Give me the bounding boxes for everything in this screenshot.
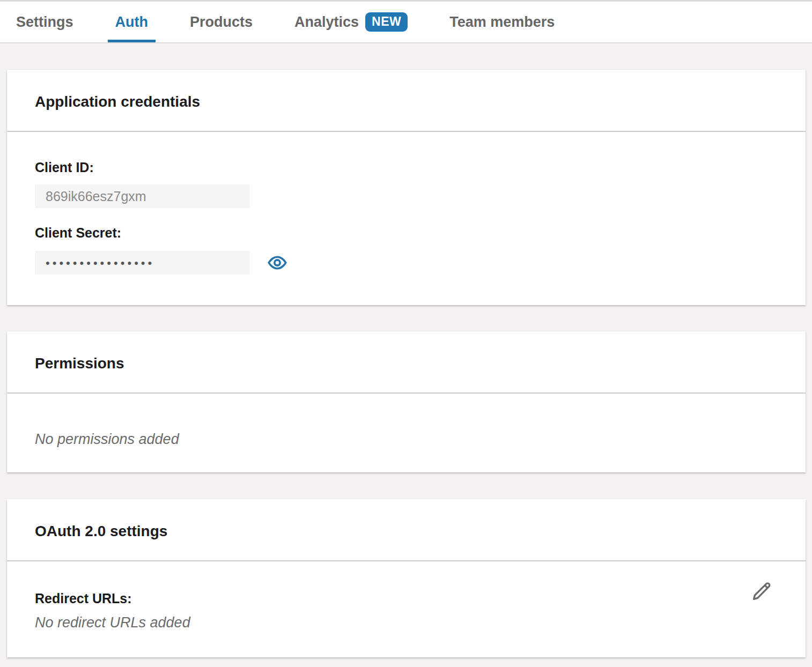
- tab-settings-label: Settings: [16, 14, 73, 31]
- tab-settings[interactable]: Settings: [9, 2, 81, 42]
- client-secret-masked-value: ••••••••••••••••: [46, 256, 154, 269]
- application-credentials-title: Application credentials: [35, 93, 778, 111]
- tab-team-members[interactable]: Team members: [442, 2, 562, 42]
- tab-bar: Settings Auth Products Analytics NEW Tea…: [0, 0, 812, 43]
- reveal-secret-button[interactable]: [267, 252, 288, 273]
- permissions-card: Permissions No permissions added: [7, 331, 806, 472]
- permissions-title: Permissions: [35, 354, 778, 373]
- tab-auth-label: Auth: [115, 14, 148, 31]
- application-credentials-header: Application credentials: [7, 70, 806, 131]
- application-credentials-body: Client ID: 869ik66esz7gxm Client Secret:…: [7, 132, 806, 305]
- oauth-settings-title: OAuth 2.0 settings: [35, 522, 778, 540]
- tab-analytics-label: Analytics: [294, 14, 359, 31]
- redirect-urls-label: Redirect URLs:: [35, 591, 778, 606]
- tab-products-label: Products: [190, 14, 253, 31]
- pencil-icon: [751, 580, 773, 602]
- client-id-value: 869ik66esz7gxm: [46, 189, 146, 204]
- oauth-settings-body: Redirect URLs: No redirect URLs added: [7, 561, 806, 657]
- permissions-body: No permissions added: [7, 394, 806, 472]
- client-secret-row: ••••••••••••••••: [35, 251, 778, 275]
- client-id-field[interactable]: 869ik66esz7gxm: [35, 184, 249, 208]
- eye-icon: [268, 253, 287, 272]
- tab-products[interactable]: Products: [182, 2, 260, 42]
- oauth-settings-card: OAuth 2.0 settings Redirect URLs: No red…: [7, 499, 806, 657]
- redirect-urls-empty-text: No redirect URLs added: [35, 614, 778, 631]
- edit-redirect-urls-button[interactable]: [750, 579, 774, 603]
- application-credentials-card: Application credentials Client ID: 869ik…: [7, 70, 806, 305]
- client-secret-field[interactable]: ••••••••••••••••: [35, 251, 249, 275]
- client-id-label: Client ID:: [35, 160, 778, 175]
- new-badge: NEW: [365, 12, 408, 32]
- tab-analytics[interactable]: Analytics NEW: [287, 2, 415, 42]
- permissions-empty-text: No permissions added: [35, 431, 778, 447]
- oauth-settings-header: OAuth 2.0 settings: [7, 499, 806, 560]
- client-secret-label: Client Secret:: [35, 225, 778, 240]
- tab-team-members-label: Team members: [449, 14, 555, 31]
- permissions-header: Permissions: [7, 331, 806, 392]
- tab-auth[interactable]: Auth: [108, 2, 156, 42]
